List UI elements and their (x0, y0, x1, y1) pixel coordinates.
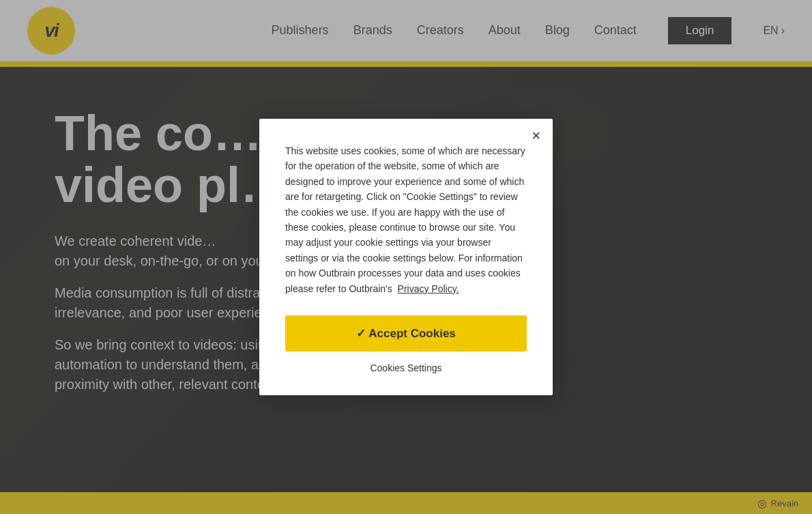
accept-cookies-button[interactable]: ✓ Accept Cookies (285, 315, 527, 352)
privacy-policy-link[interactable]: Privacy Policy. (398, 283, 459, 294)
cookie-modal: × This website uses cookies, some of whi… (259, 119, 553, 395)
modal-overlay: × This website uses cookies, some of whi… (0, 0, 812, 514)
cookie-modal-body: This website uses cookies, some of which… (285, 143, 527, 296)
cookie-body-text: This website uses cookies, some of which… (285, 145, 525, 294)
close-modal-button[interactable]: × (532, 128, 540, 143)
cookies-settings-link[interactable]: Cookies Settings (285, 362, 527, 373)
